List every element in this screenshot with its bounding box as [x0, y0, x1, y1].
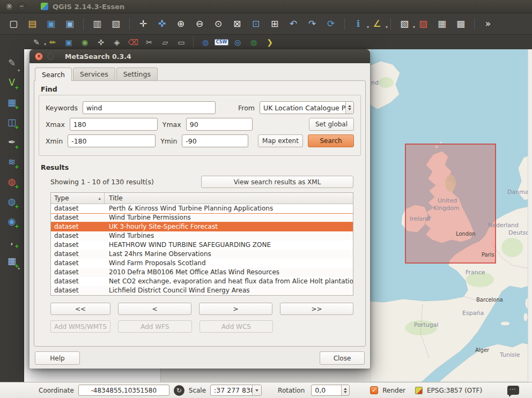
- zoom-to-layer-icon[interactable]: ⊞: [268, 17, 282, 31]
- zoom-out-icon[interactable]: ⊖: [193, 17, 206, 31]
- tab-search[interactable]: Search: [35, 67, 72, 81]
- table-row[interactable]: datasetLast 24hrs Marine Observations: [51, 250, 353, 259]
- rotation-spinner[interactable]: 0,0: [311, 385, 350, 396]
- next-page-button[interactable]: >: [199, 303, 272, 315]
- refresh-icon[interactable]: ⟳: [324, 17, 338, 31]
- node-tool-icon[interactable]: ◈: [111, 36, 123, 48]
- add-wcs-button[interactable]: Add WCS: [200, 320, 274, 333]
- select-rectangle-icon[interactable]: ▧▾: [397, 17, 411, 31]
- add-postgis-layer-icon[interactable]: ◫+: [5, 115, 19, 129]
- new-composer-icon[interactable]: ▥: [90, 17, 104, 31]
- ymin-input[interactable]: [182, 134, 248, 147]
- search-button[interactable]: Search: [308, 134, 354, 147]
- table-row[interactable]: datasetLichfield District Council Wind E…: [51, 286, 353, 295]
- column-header-type[interactable]: Type ▴: [51, 193, 105, 204]
- zoom-full-icon[interactable]: ⊠: [230, 17, 244, 31]
- zoom-to-selection-icon[interactable]: ⊡: [249, 17, 263, 31]
- new-layer-icon[interactable]: ▦+▾: [5, 254, 19, 268]
- add-wfs-layer-icon[interactable]: ◉+: [5, 214, 19, 228]
- copy-features-icon[interactable]: ▱: [159, 36, 171, 48]
- zoom-last-icon[interactable]: ↶: [286, 17, 300, 31]
- current-edits-tool-icon[interactable]: ✎▾: [5, 56, 19, 70]
- metasearch-csw-icon[interactable]: CSW: [216, 36, 227, 48]
- add-raster-layer-icon[interactable]: ▦+: [5, 95, 19, 109]
- dropdown-arrow-icon[interactable]: [252, 385, 261, 395]
- add-wms-layer-icon[interactable]: ◍+: [5, 194, 19, 208]
- table-row[interactable]: datasetHEATHROW WIND TURBINE SAFEGUARDIN…: [51, 241, 353, 250]
- web-globe-icon[interactable]: ◍: [248, 36, 260, 48]
- last-page-button[interactable]: >>: [280, 303, 353, 315]
- deselect-icon[interactable]: ▨: [416, 17, 430, 31]
- view-xml-button[interactable]: View search results as XML: [201, 176, 353, 188]
- ymax-input[interactable]: [186, 118, 253, 131]
- add-wfs-button[interactable]: Add WFS: [118, 320, 192, 333]
- xmin-input[interactable]: [68, 134, 156, 147]
- zoom-in-icon[interactable]: ⊕: [174, 17, 188, 31]
- prev-page-button[interactable]: <: [118, 303, 191, 315]
- close-button[interactable]: Close: [320, 351, 365, 365]
- dialog-menu-button[interactable]: [47, 53, 54, 60]
- extents-toggle-icon[interactable]: [174, 385, 184, 396]
- current-edits-icon[interactable]: ✎▾: [31, 36, 42, 48]
- add-vector-layer-icon[interactable]: V+: [5, 76, 19, 89]
- column-header-title[interactable]: Title: [105, 193, 353, 204]
- toolbar-overflow-icon[interactable]: »: [481, 17, 495, 31]
- epsg-button[interactable]: EPSG:3857 (OTF): [427, 387, 482, 394]
- save-layer-edits-icon[interactable]: ▣: [63, 36, 75, 48]
- dialog-close-button[interactable]: ×: [35, 52, 43, 61]
- composer-manager-icon[interactable]: ▧: [109, 17, 123, 31]
- scale-combo[interactable]: :37 277 838: [210, 385, 262, 396]
- window-close-button[interactable]: ×: [5, 3, 13, 11]
- open-project-icon[interactable]: ▤: [25, 17, 39, 31]
- spinner-arrows-icon[interactable]: [345, 102, 353, 114]
- add-oracle-layer-icon[interactable]: ◍+: [5, 175, 19, 189]
- coordinate-input[interactable]: [78, 385, 169, 396]
- table-row[interactable]: datasetWind Turbine Permissions: [51, 213, 353, 222]
- add-wms-wmts-button[interactable]: Add WMS/WMTS: [50, 320, 110, 333]
- set-global-button[interactable]: Set global: [309, 118, 354, 131]
- spinner-arrows-icon[interactable]: [341, 385, 349, 395]
- from-catalogue-combo[interactable]: UK Location Catalogue Pu: [260, 101, 354, 114]
- pan-to-selection-icon[interactable]: ✜: [155, 17, 169, 31]
- save-project-as-icon[interactable]: ▣: [63, 17, 77, 31]
- toggle-editing-icon[interactable]: ✏: [47, 36, 58, 48]
- keywords-input[interactable]: [83, 101, 216, 114]
- save-project-icon[interactable]: ▣: [44, 17, 58, 31]
- cut-features-icon[interactable]: ✂: [143, 36, 155, 48]
- python-console-icon[interactable]: ❯: [264, 36, 276, 48]
- measure-icon[interactable]: ∠▾: [370, 17, 384, 31]
- pan-map-icon[interactable]: ✛: [136, 17, 150, 31]
- add-delimited-text-icon[interactable]: ,+: [5, 234, 19, 248]
- window-minimize-button[interactable]: −: [18, 3, 26, 11]
- table-row[interactable]: datasetWind Farm Proposals Scotland: [51, 259, 353, 268]
- zoom-native-icon[interactable]: ⊙: [211, 17, 225, 31]
- osm-search-icon[interactable]: ◎: [232, 36, 243, 48]
- map-canvas[interactable]: ndDanmarUnitedKingdomIrelandNederlandDeu…: [370, 49, 532, 382]
- move-feature-icon[interactable]: ✜: [95, 36, 107, 48]
- db-manager-icon[interactable]: ◍: [200, 36, 211, 48]
- help-button[interactable]: Help: [35, 351, 80, 365]
- field-calculator-icon[interactable]: ▩: [454, 17, 468, 31]
- identify-icon[interactable]: ℹ▾: [351, 17, 365, 31]
- add-spatialite-layer-icon[interactable]: ✒+: [5, 135, 19, 149]
- render-checkbox[interactable]: [370, 386, 378, 394]
- xmax-input[interactable]: [70, 118, 158, 131]
- log-messages-icon[interactable]: [507, 386, 519, 395]
- tab-settings[interactable]: Settings: [116, 67, 158, 80]
- new-project-icon[interactable]: ▢: [6, 17, 20, 31]
- first-page-button[interactable]: <<: [50, 303, 110, 315]
- plus-badge-icon: +: [14, 204, 19, 209]
- table-row[interactable]: dataset2010 Defra MB0106 Met Office Atla…: [51, 268, 353, 277]
- table-row[interactable]: datasetWind Turbines: [51, 231, 353, 241]
- paste-features-icon[interactable]: ▭: [175, 36, 187, 48]
- add-feature-icon[interactable]: ◉: [79, 36, 91, 48]
- map-extent-button[interactable]: Map extent: [258, 134, 303, 147]
- table-row[interactable]: datasetNet CO2 exchange, evaporation and…: [51, 277, 353, 286]
- delete-selected-icon[interactable]: ⌫: [127, 36, 139, 48]
- table-row[interactable]: datasetPerth & Kinross Wind Turbine Plan…: [51, 204, 353, 213]
- zoom-next-icon[interactable]: ↷: [305, 17, 319, 31]
- table-row[interactable]: datasetUK 3-hourly Site-Specific Forecas…: [51, 222, 353, 231]
- add-mssql-layer-icon[interactable]: ≋+: [5, 155, 19, 169]
- tab-services[interactable]: Services: [73, 67, 115, 80]
- attribute-table-icon[interactable]: ▦: [435, 17, 449, 31]
